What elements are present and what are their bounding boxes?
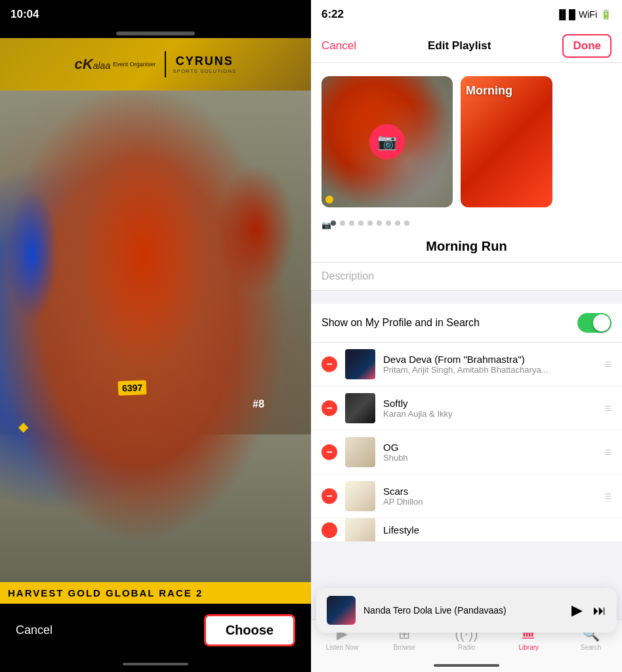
song-info-4: Scars AP Dhillon [383, 486, 596, 507]
right-nav: Cancel Edit Playlist Done [311, 29, 622, 63]
dot-8[interactable] [395, 220, 400, 226]
event-organiser-text: Event Organiser [113, 61, 156, 68]
left-pill [116, 32, 195, 35]
song-title-5-partial: Lifestyle [383, 524, 419, 536]
image-section-wrapper: 📷 Morning 📷 [311, 63, 622, 262]
nav-cancel-button[interactable]: Cancel [321, 39, 356, 52]
cyruns-tagline: SPORTS SOLUTIONS [173, 68, 236, 74]
runner-red-shirt [78, 140, 209, 369]
drag-handle-2[interactable]: ≡ [604, 402, 612, 415]
hashtag-label: #8 [253, 398, 264, 410]
nav-title: Edit Playlist [428, 39, 491, 52]
song-item-4[interactable]: − Scars AP Dhillon ≡ [311, 474, 622, 518]
toggle-label: Show on My Profile and in Search [321, 317, 480, 329]
bottom-race-banner: HARVEST GOLD GLOBAL RACE 2 [0, 582, 311, 604]
right-status-bar: 6:22 ▐▌█ WiFi 🔋 [311, 0, 622, 29]
song-title-3: OG [383, 442, 596, 453]
dot-7[interactable] [386, 220, 391, 226]
mini-player-title: Nanda Tero Dola Live (Pandavaas) [363, 605, 564, 616]
song-artist-3: Shubh [383, 453, 596, 463]
main-playlist-image[interactable]: 📷 [321, 76, 453, 207]
song-title-2: Softly [383, 398, 596, 409]
song-artist-1: Pritam, Arijit Singh, Amitabh Bhattachar… [383, 365, 596, 375]
song-artist-2: Karan Aujla & Ikky [383, 409, 596, 419]
remove-song-5-button[interactable] [321, 522, 337, 538]
dot-2[interactable] [340, 220, 345, 226]
dot-6[interactable] [377, 220, 382, 226]
second-image-wrapper: Morning [461, 76, 552, 207]
dot-1-active[interactable] [331, 220, 336, 226]
remove-song-2-button[interactable]: − [321, 400, 337, 416]
mini-player[interactable]: Nanda Tero Dola Live (Pandavaas) ▶ ⏭ [316, 588, 617, 633]
remove-song-3-button[interactable]: − [321, 444, 337, 460]
toggle-section: Show on My Profile and in Search [311, 304, 622, 343]
songs-list: − Deva Deva (From "Brahmastra") Pritam, … [311, 343, 622, 541]
dot-9[interactable] [404, 220, 409, 226]
cyruns-logo: CYRUNS [176, 54, 234, 68]
library-label: Library [519, 644, 539, 651]
play-button[interactable]: ▶ [571, 602, 583, 619]
left-home-bar [123, 663, 188, 665]
song-item-1[interactable]: − Deva Deva (From "Brahmastra") Pritam, … [311, 343, 622, 387]
song-art-1 [345, 349, 375, 379]
drag-handle-3[interactable]: ≡ [604, 446, 612, 459]
banner-logo-left: cKalaa [75, 56, 111, 73]
diamond-icon: ◆ [18, 419, 28, 434]
drag-handle-4[interactable]: ≡ [604, 490, 612, 503]
profile-search-toggle[interactable] [577, 313, 612, 333]
page-dots: 📷 [311, 215, 622, 234]
search-label: Search [581, 644, 602, 651]
song-title-1: Deva Deva (From "Brahmastra") [383, 354, 596, 365]
right-home-indicator [311, 659, 622, 672]
banner-divider [165, 51, 166, 77]
song-item-3[interactable]: − OG Shubh ≡ [311, 430, 622, 474]
choose-button[interactable]: Choose [204, 614, 295, 646]
song-item-5-partial[interactable]: Lifestyle [311, 518, 622, 541]
battery-icon: 🔋 [600, 9, 612, 20]
signal-icon: ▐▌█ [556, 9, 575, 20]
song-art-3 [345, 437, 375, 467]
left-status-bar: 10:04 [0, 0, 311, 29]
remove-song-4-button[interactable]: − [321, 488, 337, 504]
song-item-2[interactable]: − Softly Karan Aujla & Ikky ≡ [311, 387, 622, 430]
description-input[interactable]: Description [321, 270, 374, 282]
listen-now-label: Listen Now [326, 644, 358, 651]
remove-song-1-button[interactable]: − [321, 356, 337, 372]
left-bottom-bar: Cancel Choose [0, 604, 311, 656]
left-time: 10:04 [10, 8, 39, 21]
dot-3[interactable] [349, 220, 354, 226]
right-panel: 6:22 ▐▌█ WiFi 🔋 Cancel Edit Playlist Don… [311, 0, 622, 672]
morning-run-overlay-text: Morning [466, 84, 512, 98]
playlist-title-section: Morning Run [311, 234, 622, 262]
mini-player-info: Nanda Tero Dola Live (Pandavaas) [363, 605, 564, 616]
mini-player-controls: ▶ ⏭ [571, 602, 606, 619]
scroll-spacer [311, 541, 622, 594]
drag-handle-1[interactable]: ≡ [604, 358, 612, 371]
image-carousel: 📷 Morning [311, 68, 622, 215]
song-art-4 [345, 481, 375, 511]
status-icons: ▐▌█ WiFi 🔋 [556, 9, 612, 20]
right-time: 6:22 [321, 8, 344, 21]
toggle-knob [593, 314, 610, 331]
song-info-2: Softly Karan Aujla & Ikky [383, 398, 596, 419]
description-section[interactable]: Description [311, 262, 622, 291]
camera-icon: 📷 [377, 133, 397, 151]
camera-change-button[interactable]: 📷 [369, 124, 405, 159]
left-panel: 10:04 cKalaa Event Organiser CYRUNS SPOR… [0, 0, 311, 672]
mini-player-art [327, 596, 356, 625]
playlist-name[interactable]: Morning Run [321, 239, 612, 254]
dot-4[interactable] [358, 220, 363, 226]
song-info-3: OG Shubh [383, 442, 596, 463]
right-scroll-area[interactable]: 📷 Morning 📷 [311, 63, 622, 620]
wifi-icon: WiFi [579, 9, 597, 20]
radio-label: Radio [458, 644, 475, 651]
runner-blue-shirt [6, 189, 58, 320]
image-dot-indicator [325, 196, 333, 203]
nav-done-button[interactable]: Done [562, 34, 612, 58]
dot-5[interactable] [367, 220, 373, 226]
runner-red-shirt-2 [217, 164, 295, 295]
left-cancel-button[interactable]: Cancel [16, 623, 52, 637]
skip-forward-button[interactable]: ⏭ [593, 603, 606, 618]
browse-label: Browse [394, 644, 415, 651]
song-art-2 [345, 393, 375, 423]
